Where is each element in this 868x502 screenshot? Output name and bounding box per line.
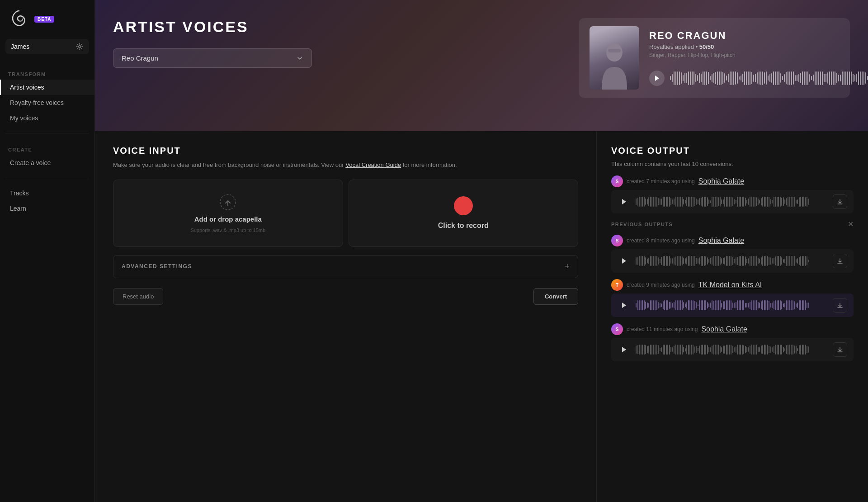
artist-waveform	[670, 70, 868, 86]
close-previous-outputs-button[interactable]: ✕	[848, 220, 854, 228]
prev-track-2-download-button[interactable]	[833, 298, 847, 313]
artist-genres: Singer, Rapper, Hip-Hop, High-pitch	[649, 52, 736, 58]
prev-track-3-waveform	[636, 343, 827, 356]
record-label: Click to record	[438, 222, 489, 230]
lower-section: VOICE INPUT Make sure your audio is clea…	[95, 131, 868, 502]
vocal-guide-link[interactable]: Vocal Creation Guide	[345, 161, 401, 168]
prev-track-1-meta: S created 8 minutes ago using Sophia Gal…	[611, 235, 854, 246]
sidebar-item-royalty-free[interactable]: Royalty-free voices	[0, 95, 94, 110]
record-box[interactable]: Click to record	[349, 180, 579, 247]
artist-voices-title: ARTIST VOICES	[113, 18, 565, 36]
sidebar-item-label: My voices	[10, 114, 38, 122]
artist-dropdown-value: Reo Cragun	[122, 54, 158, 62]
latest-track-play-button[interactable]	[618, 195, 630, 208]
chevron-down-icon	[296, 55, 303, 62]
artist-photo-inner	[590, 26, 639, 90]
record-dot	[454, 196, 473, 215]
play-icon	[621, 346, 627, 353]
advanced-settings-label: ADVANCED SETTINGS	[122, 263, 192, 270]
upload-acapella-box[interactable]: Add or drop acapella Supports .wav & .mp…	[113, 180, 343, 247]
sidebar-item-label: Royalty-free voices	[10, 99, 64, 106]
sidebar-item-label: Tracks	[10, 189, 28, 197]
action-row: Reset audio Convert	[113, 288, 578, 305]
svg-point-0	[79, 46, 81, 48]
artist-royalties: Royalties applied • 50/50	[649, 43, 736, 50]
plus-icon: +	[565, 262, 570, 271]
prev-track-2-waveform	[636, 299, 827, 312]
latest-track-waveform	[636, 195, 827, 208]
hero-content: ARTIST VOICES Reo Cragun	[113, 18, 850, 98]
prev-track-2-meta: T created 9 minutes ago using TK Model o…	[611, 279, 854, 291]
play-icon	[621, 302, 627, 308]
voice-input-boxes: Add or drop acapella Supports .wav & .mp…	[113, 180, 578, 247]
play-icon	[654, 75, 660, 81]
download-icon	[837, 258, 843, 264]
royalties-count: 50/50	[699, 43, 714, 50]
avatar: S	[611, 175, 623, 187]
hero-left: ARTIST VOICES Reo Cragun	[113, 18, 565, 68]
prev-track-2-user-link[interactable]: TK Model on Kits AI	[698, 281, 762, 289]
sidebar-item-artist-voices[interactable]: Artist voices	[0, 80, 94, 95]
play-icon	[621, 258, 627, 264]
sidebar-item-tracks[interactable]: Tracks	[0, 185, 94, 201]
avatar: S	[611, 323, 623, 335]
transform-label: TRANSFORM	[0, 71, 94, 77]
prev-track-3-user-link[interactable]: Sophia Galate	[701, 325, 747, 333]
prev-track-3-download-button[interactable]	[833, 342, 847, 357]
create-label: CREATE	[0, 147, 94, 152]
voice-input-section: VOICE INPUT Make sure your audio is clea…	[95, 131, 597, 502]
sidebar: BETA James TRANSFORM Artist voices Royal…	[0, 0, 95, 502]
user-name: James	[11, 43, 29, 50]
latest-track-user-link[interactable]: Sophia Galate	[698, 177, 744, 185]
sidebar-item-learn[interactable]: Learn	[0, 201, 94, 216]
avatar: S	[611, 235, 623, 246]
track-time-text: created 9 minutes ago using	[627, 282, 695, 288]
voice-input-subtitle: Make sure your audio is clear and free f…	[113, 161, 578, 170]
sidebar-item-label: Create a voice	[10, 159, 51, 166]
track-time-text: created 8 minutes ago using	[627, 237, 695, 244]
sidebar-divider	[5, 133, 89, 133]
reset-audio-button[interactable]: Reset audio	[113, 288, 163, 305]
avatar: T	[611, 279, 623, 291]
convert-button[interactable]: Convert	[533, 288, 578, 305]
advanced-settings-row[interactable]: ADVANCED SETTINGS +	[113, 255, 578, 278]
artist-card-right: REO CRAGUN Royalties applied • 50/50 Sin…	[649, 30, 868, 86]
prev-track-1-user-link[interactable]: Sophia Galate	[698, 237, 744, 245]
artist-dropdown[interactable]: Reo Cragun	[113, 48, 312, 68]
prev-track-1-download-button[interactable]	[833, 254, 847, 268]
prev-track-1-waveform	[636, 255, 827, 267]
artist-play-button[interactable]	[649, 71, 665, 86]
artist-waveform-row	[649, 70, 868, 86]
upload-label: Add or drop acapella	[194, 215, 262, 223]
sidebar-item-label: Learn	[10, 205, 26, 212]
beta-badge: BETA	[34, 16, 54, 23]
previous-outputs-header: PREVIOUS OUTPUTS ✕	[611, 220, 854, 228]
main-content: ARTIST VOICES Reo Cragun	[95, 0, 868, 502]
app-logo-icon	[8, 8, 30, 30]
artist-name-block: REO CRAGUN Royalties applied • 50/50 Sin…	[649, 30, 736, 65]
sidebar-item-create-voice[interactable]: Create a voice	[0, 155, 94, 170]
prev-track-1: S created 8 minutes ago using Sophia Gal…	[611, 235, 854, 273]
svg-rect-2	[608, 49, 621, 52]
prev-track-1-play-button[interactable]	[618, 255, 630, 267]
artist-hero: ARTIST VOICES Reo Cragun	[95, 0, 868, 131]
prev-track-2-play-button[interactable]	[618, 299, 630, 312]
prev-track-3-play-button[interactable]	[618, 343, 630, 356]
user-menu[interactable]: James	[5, 39, 89, 54]
prev-track-2-player	[611, 294, 854, 317]
download-button[interactable]	[833, 194, 847, 209]
voice-output-title: VOICE OUTPUT	[611, 146, 854, 156]
upload-icon	[219, 194, 236, 211]
logo-area: BETA	[0, 8, 94, 39]
prev-track-3-player	[611, 338, 854, 361]
download-icon	[837, 346, 843, 353]
prev-track-2: T created 9 minutes ago using TK Model o…	[611, 279, 854, 317]
artist-silhouette	[596, 40, 632, 90]
sidebar-item-my-voices[interactable]: My voices	[0, 110, 94, 126]
artist-card-header: REO CRAGUN Royalties applied • 50/50 Sin…	[649, 30, 868, 65]
sidebar-divider-2	[5, 178, 89, 178]
voice-input-title: VOICE INPUT	[113, 146, 578, 156]
settings-icon	[75, 43, 84, 51]
previous-outputs-label: PREVIOUS OUTPUTS	[611, 222, 673, 227]
upload-sublabel: Supports .wav & .mp3 up to 15mb	[190, 227, 265, 233]
